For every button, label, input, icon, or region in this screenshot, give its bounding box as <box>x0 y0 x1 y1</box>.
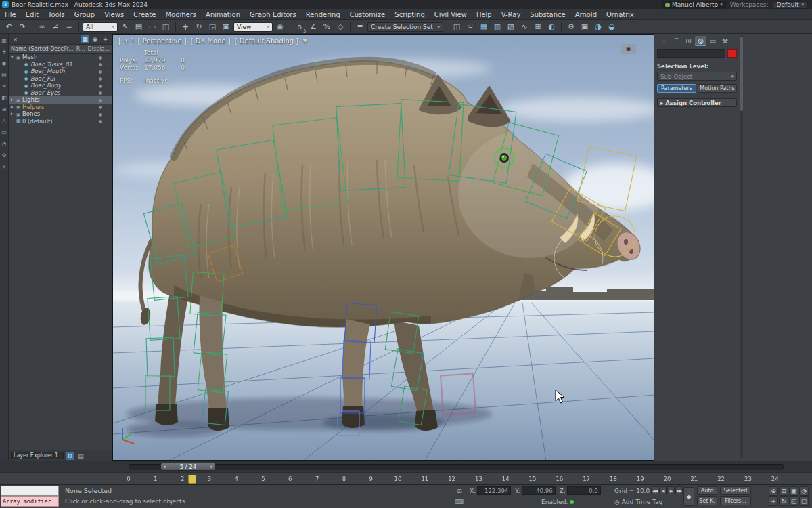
list-icon[interactable]: ▤ <box>1 72 7 78</box>
object-color-swatch[interactable] <box>727 49 737 58</box>
time-slider-track[interactable] <box>129 464 784 470</box>
z-coordinate-field[interactable]: 0.0 <box>567 486 601 495</box>
selection-region-icon[interactable]: ▭ <box>146 22 158 33</box>
shading-viewport-menu[interactable]: [ Default Shading ] <box>235 37 299 45</box>
track-bar[interactable]: 0123456789101112131415161718192021222324 <box>0 472 812 485</box>
gear-icon[interactable]: ⚙ <box>66 452 74 460</box>
add-time-tag[interactable]: ◷ Add Time Tag <box>614 499 662 505</box>
shape-icon[interactable]: ▭ <box>1 130 7 135</box>
grid-icon[interactable]: ⊞ <box>2 107 7 112</box>
render-setup-icon[interactable]: ⚙ <box>565 22 577 33</box>
primitive-icon[interactable]: △ <box>2 119 6 124</box>
viewport-label-menus[interactable]: [ + ] [ Perspective ] [ DX Mode ] [ Defa… <box>118 37 307 45</box>
explorer-name-field[interactable]: Layer Explorer 1 <box>11 452 64 459</box>
select-and-place-icon[interactable]: ▣ <box>220 22 232 33</box>
explorer-row-helpers[interactable]: ▸▣Helpers● · <box>9 104 112 111</box>
explorer-row-boar-body[interactable]: ●Boar_Body● · <box>9 82 112 89</box>
undo-icon[interactable]: ↶ <box>3 22 15 33</box>
zoom-extents-icon[interactable]: ▣ <box>789 486 798 496</box>
previous-frame-arrow-icon[interactable]: ◂ <box>163 464 166 469</box>
maximize-viewport-icon[interactable]: ◱ <box>789 496 798 506</box>
material-editor-icon[interactable]: ◐ <box>545 22 558 33</box>
menu-arnold[interactable]: Arnold <box>570 9 602 20</box>
curve-editor-icon[interactable]: ∿ <box>518 22 531 33</box>
explorer-row-boar-mouth[interactable]: ●Boar_Mouth● · <box>9 68 112 75</box>
explorer-row-lights[interactable]: ▸▣Lights● · <box>9 96 112 104</box>
menu-scripting[interactable]: Scripting <box>390 9 429 20</box>
motion-paths-button[interactable]: Motion Paths <box>698 84 737 93</box>
select-and-rotate-icon[interactable]: ↻ <box>193 22 205 33</box>
angle-snap-icon[interactable]: ∠ <box>307 22 319 33</box>
explorer-column-header[interactable]: Name (Sorted Descending) Fr... R... Disp… <box>9 45 112 54</box>
settings-icon[interactable]: ⚙ <box>1 153 6 158</box>
sub-object-dropdown[interactable]: Sub-Object ▾ <box>657 72 737 81</box>
close-icon[interactable]: × <box>2 165 7 170</box>
field-of-view-icon[interactable]: ◔ <box>799 486 809 496</box>
mode-viewport-menu[interactable]: [ DX Mode ] <box>191 37 231 45</box>
menu-help[interactable]: Help <box>472 9 497 20</box>
viewport-layout-icon[interactable]: ▢ <box>799 496 809 506</box>
set-keys-button[interactable]: Set K. <box>697 496 717 505</box>
menu-tools[interactable]: Tools <box>43 9 70 20</box>
list-icon[interactable]: ▤ <box>76 452 85 460</box>
stack-icon[interactable]: ≡ <box>2 84 7 89</box>
pov-viewport-menu[interactable]: [ Perspective ] <box>138 37 187 45</box>
selection-lock-icon[interactable]: ⊡ <box>455 486 464 495</box>
assign-controller-rollout[interactable]: ▸ Assign Controller <box>657 98 737 107</box>
display-mode-icon[interactable]: ▦ <box>81 35 89 43</box>
menu-file[interactable]: File <box>0 9 21 20</box>
time-icon[interactable]: ◔ <box>2 142 7 147</box>
display-tab[interactable]: ▭ <box>707 36 719 46</box>
explorer-row-boar-tusks-01[interactable]: ●Boar_Tusks_01● · <box>9 61 112 68</box>
menu-civil-view[interactable]: Civil View <box>430 9 472 20</box>
create-tab[interactable]: + <box>658 36 670 46</box>
hierarchy-tab[interactable]: ⊞ <box>683 36 694 46</box>
funnel-icon[interactable]: ▼ <box>302 37 307 45</box>
time-slider-handle[interactable]: ◂ 5 / 24 ▸ <box>160 463 216 471</box>
workspace-dropdown[interactable]: Default ▾ <box>773 1 808 9</box>
lock-icon[interactable]: ◉ <box>91 35 99 43</box>
rendered-frame-window-icon[interactable]: ▣ <box>579 22 591 33</box>
user-account-menu[interactable]: Manuel Alberto ▾ <box>662 1 726 9</box>
explorer-row-boar-fur[interactable]: ●Boar_Fur● · <box>9 75 112 83</box>
render-vray-icon[interactable]: ◒ <box>606 22 618 33</box>
snap-toggle-icon[interactable]: ∩3 <box>294 22 306 33</box>
menu-modifiers[interactable]: Modifiers <box>160 9 201 20</box>
menu-ornatrix[interactable]: Ornatrix <box>602 9 639 20</box>
menu-views[interactable]: Views <box>99 9 129 20</box>
selection-filter-dropdown[interactable]: All▾ <box>83 22 118 32</box>
next-frame-arrow-icon[interactable]: ▸ <box>210 464 213 469</box>
zoom-all-icon[interactable]: ⊡ <box>779 486 788 496</box>
pan-icon[interactable]: + <box>769 496 778 506</box>
named-selection-set-dropdown[interactable]: Create Selection Set▾ <box>367 22 443 32</box>
parameters-button[interactable]: Parameters <box>657 84 696 93</box>
general-viewport-menu[interactable]: [ + ] <box>118 37 134 45</box>
object-name-field[interactable] <box>657 49 725 58</box>
select-and-link-icon[interactable]: ∞ <box>36 22 48 33</box>
window-crossing-icon[interactable]: ◫ <box>160 22 172 33</box>
close-icon[interactable]: × <box>11 35 20 43</box>
align-icon[interactable]: ≍ <box>464 22 476 33</box>
go-to-start-button[interactable]: ◀◀ <box>651 486 658 494</box>
menu-graph-editors[interactable]: Graph Editors <box>245 9 301 20</box>
select-and-move-icon[interactable]: + <box>179 22 191 33</box>
menu-edit[interactable]: Edit <box>21 9 43 20</box>
use-pivot-point-icon[interactable]: ◉ <box>274 22 286 33</box>
maxscript-mini-listener[interactable] <box>1 486 59 496</box>
edit-selection-sets-icon[interactable]: ≡ <box>354 22 366 33</box>
toggle-layer-explorer-icon[interactable]: ▥ <box>491 22 503 33</box>
select-and-scale-icon[interactable]: ◲ <box>206 22 219 33</box>
mirror-icon[interactable]: ◫ <box>451 22 463 33</box>
play-animation-button[interactable]: ▶ <box>667 486 675 494</box>
spinner-snap-icon[interactable]: ◇ <box>334 22 346 33</box>
x-coordinate-field[interactable]: 122.394 <box>477 486 511 495</box>
percent-snap-icon[interactable]: % <box>321 22 333 33</box>
set-key-button[interactable]: ◆ <box>683 487 694 506</box>
menu-group[interactable]: Group <box>70 9 99 20</box>
command-panel-scrollbar[interactable] <box>740 35 743 458</box>
viewport-badge-icon[interactable]: ▣ <box>621 44 636 54</box>
select-object-icon[interactable]: ↖ <box>119 22 131 33</box>
zoom-icon[interactable]: ⊕ <box>769 486 778 496</box>
menu-v-ray[interactable]: V-Ray <box>497 9 526 20</box>
toggle-ribbon-icon[interactable]: ▧ <box>505 22 517 33</box>
